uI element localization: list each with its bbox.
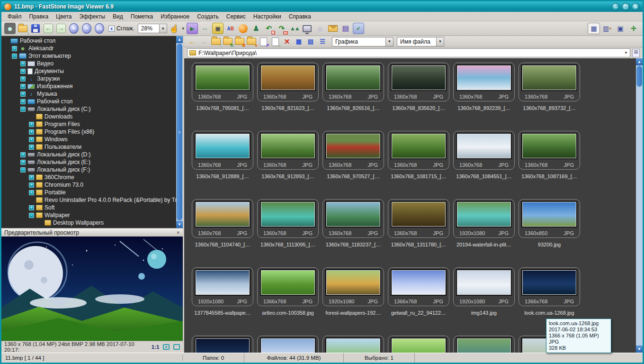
tree-item[interactable]: +Revo Uninstaller Pro 4.0.0 RePack (&Por… (3, 196, 176, 204)
thumbnail-frame[interactable]: 1920x1080JPG (192, 267, 253, 306)
thumbnail-image[interactable] (457, 202, 511, 227)
thumbnail-frame[interactable]: 1360x768JPG (322, 63, 384, 101)
thumbnail-item[interactable]: 1360x768JPG1360x768_912893_[… (255, 129, 321, 198)
thumbnail-frame[interactable]: 1360x768JPG (257, 131, 319, 170)
thumbnail-image[interactable] (261, 202, 315, 227)
thumbnail-image[interactable] (392, 202, 446, 227)
thumbnail-item[interactable]: 1360x768JPG1360x768_1311780_[… (386, 198, 451, 266)
thumbnail-frame[interactable]: 1360x850JPG (519, 199, 580, 238)
copy-to-button[interactable]: ↗ (258, 37, 268, 46)
thumbnail-item[interactable]: 1920x1080JPG20194-waterfall-in-plit… (451, 198, 517, 266)
tree-item[interactable]: +Program Files (3, 120, 176, 128)
thumbnail-item[interactable]: 1360x768JPG1360x768_1084551_[… (451, 129, 517, 198)
expand-icon[interactable]: + (29, 122, 34, 127)
thumbnail-item[interactable] (321, 334, 386, 353)
save-icon[interactable] (30, 23, 41, 34)
menu-item[interactable]: Цвета (53, 12, 75, 21)
close-button[interactable]: ✕ (632, 3, 640, 11)
open-file-icon[interactable]: ↓ (17, 23, 28, 34)
collapse-icon[interactable]: - (12, 54, 17, 59)
thumbnail-item[interactable]: 1366x768JPGgetwall_ru_22_94122… (386, 266, 451, 334)
scroll-up-icon[interactable]: ▲ (176, 36, 183, 43)
thumbnail-item[interactable]: 1360x768JPG1360x768_835620_[… (386, 61, 451, 129)
thumbnail-frame[interactable]: 1360x768JPG (192, 63, 253, 101)
address-input[interactable]: F:\Wallpaper\Природа\ ▼ (187, 48, 630, 57)
wallpaper-icon[interactable] (302, 23, 313, 34)
hand-tool-dropdown-icon[interactable]: ▼ (181, 27, 185, 31)
collapse-icon[interactable]: - (20, 167, 26, 173)
thumbnail-frame[interactable]: 1360x768JPG (519, 63, 580, 101)
tree-item[interactable]: +Локальный диск (D:) (3, 151, 176, 158)
tree-item[interactable]: -Wallpaper (3, 211, 176, 219)
thumbnail-image[interactable] (457, 338, 511, 353)
tree-item[interactable]: -Локальный диск (C:) (3, 105, 176, 113)
expand-icon[interactable]: + (20, 99, 26, 104)
new-folder-button[interactable]: ✱ (234, 37, 245, 46)
tree-item[interactable]: +↓Загрузки (3, 75, 176, 82)
thumbnail-frame[interactable] (322, 336, 384, 353)
thumbnail-frame[interactable]: 1366x768JPG (257, 267, 319, 306)
thumbnail-image[interactable] (392, 134, 446, 158)
thumbnail-item[interactable]: 1360x768JPG1360x768_826516_[… (321, 61, 386, 129)
thumbnail-frame[interactable]: 1360x768JPG (388, 131, 449, 170)
thumbnail-frame[interactable]: 1360x768JPG (388, 199, 449, 238)
expand-icon[interactable]: + (20, 61, 26, 66)
thumbnail-image[interactable] (392, 65, 446, 90)
thumbnail-item[interactable]: 1920x1080JPGforest-wallpapers-192… (321, 266, 386, 334)
thumbnail-image[interactable] (392, 338, 446, 353)
thumbnail-item[interactable] (386, 334, 451, 353)
clone-stamp-icon[interactable]: ♟ (250, 23, 262, 34)
thumbnail-image[interactable] (522, 65, 576, 90)
scroll-up-icon[interactable]: ▲ (636, 58, 643, 65)
tree-item[interactable]: +360Chrome (3, 173, 176, 181)
fullscreen-button[interactable]: ✛ (627, 23, 640, 34)
thumbnail-image[interactable] (392, 270, 446, 295)
menu-item[interactable]: Вид (109, 12, 126, 21)
expand-icon[interactable]: + (20, 91, 26, 97)
zoom-select[interactable]: 28% ▼ (138, 24, 167, 33)
tree-item[interactable]: +Downloads (3, 113, 176, 120)
thumbnail-image[interactable] (261, 134, 315, 158)
thumbnail-image[interactable] (196, 338, 250, 353)
thumbnail-item[interactable]: 1366x768JPGartleo.com-100358.jpg (255, 266, 321, 334)
thumbnail-item[interactable]: 1360x768JPG1360x768_912889_[… (190, 129, 255, 198)
thumbnail-frame[interactable] (388, 336, 449, 353)
tree-item[interactable]: +Документы (3, 67, 176, 75)
thumbnail-item[interactable]: 1360x768JPG1360x768_1113095_[… (255, 198, 321, 266)
thumbnail-image[interactable] (326, 202, 380, 227)
thumbnail-frame[interactable]: 1366x768JPG (388, 267, 449, 306)
thumbnail-frame[interactable] (192, 336, 253, 353)
minimize-button[interactable]: – (612, 3, 620, 11)
scan-icon[interactable]: ⌂ (314, 23, 326, 34)
menu-item[interactable]: Сервис (223, 12, 249, 21)
thumbnail-item[interactable] (451, 334, 517, 353)
view-thumbnails-button[interactable]: ▦ (294, 37, 304, 46)
zoom-out-icon[interactable]: − (81, 23, 92, 34)
thumbnail-frame[interactable]: 1360x768JPG (322, 199, 384, 238)
thumbnail-image[interactable] (326, 270, 380, 295)
thumbnail-frame[interactable]: 1360x768JPG (388, 63, 449, 101)
thumbnail-image[interactable] (261, 338, 315, 353)
thumbnail-image[interactable] (522, 270, 576, 295)
compare-images-icon[interactable]: ▲▲ (289, 23, 300, 34)
colors-icon[interactable] (238, 23, 249, 34)
menu-item[interactable]: Настройки (250, 12, 285, 21)
thumbnail-image[interactable] (196, 134, 250, 158)
expand-icon[interactable]: + (29, 175, 34, 180)
expand-icon[interactable]: + (29, 182, 34, 188)
expand-icon[interactable]: + (29, 205, 34, 210)
tree-item[interactable]: +Desktop Wallpapers (3, 219, 176, 227)
thumbnail-item[interactable]: 1360x768JPG1360x768_970527_[… (321, 129, 386, 198)
rename-icon[interactable]: AB (225, 23, 236, 34)
expand-icon[interactable]: + (29, 145, 34, 150)
thumbnail-image[interactable] (261, 65, 315, 90)
thumbnail-item[interactable]: 1360x768JPG1360x768_1183237_[… (321, 198, 386, 266)
thumbnail-image[interactable] (457, 65, 511, 90)
crop-icon[interactable]: ▣ (212, 23, 224, 34)
view-details-button[interactable]: ▤ (305, 37, 316, 46)
thumbnail-item[interactable]: 1360x768JPG1360x768_893732_[… (517, 61, 582, 129)
thumbnail-frame[interactable] (257, 336, 319, 353)
thumbnail-item[interactable]: 1920x1080JPGimg143.jpg (451, 266, 517, 334)
tree-item[interactable]: +Локальный диск (E:) (3, 158, 176, 166)
tree-scrollbar[interactable]: ▲ ▼ (176, 36, 183, 228)
